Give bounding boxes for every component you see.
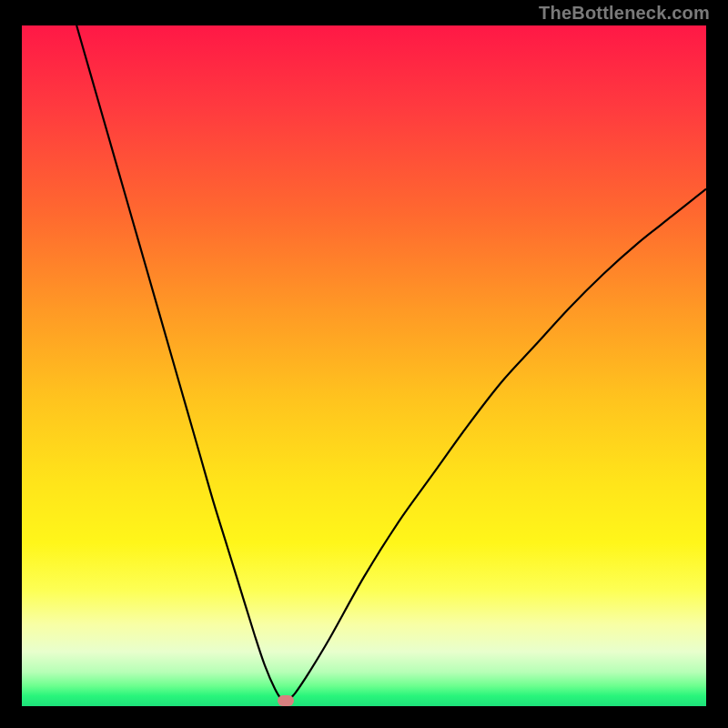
curve-layer [22, 25, 706, 706]
plot-area [22, 25, 706, 706]
bottleneck-curve [76, 25, 706, 701]
watermark-text: TheBottleneck.com [539, 3, 710, 24]
optimal-marker [278, 695, 294, 706]
chart-frame: TheBottleneck.com [0, 0, 728, 728]
